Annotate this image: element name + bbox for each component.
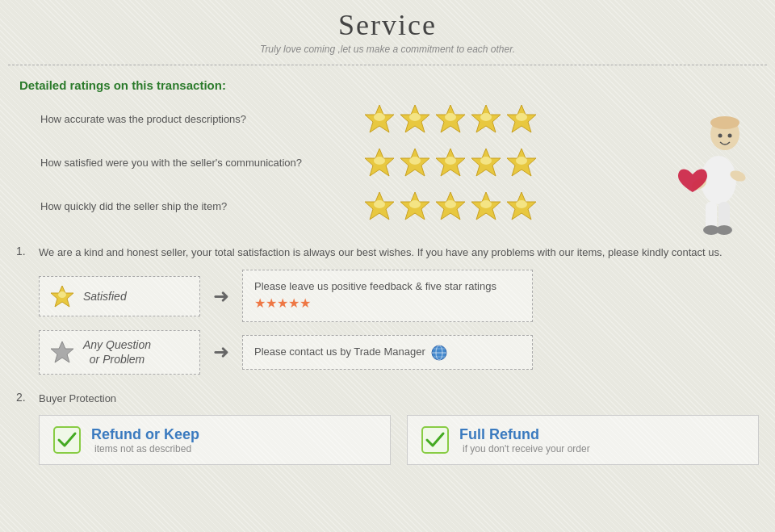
svg-point-38 [716, 225, 732, 235]
star-3-4 [470, 191, 502, 221]
rating-question-3: How quickly did the seller ship the item… [40, 200, 363, 212]
svg-point-5 [445, 113, 456, 121]
divider [8, 65, 767, 65]
svg-point-23 [409, 200, 421, 208]
svg-point-31 [710, 116, 739, 129]
svg-point-21 [374, 200, 385, 208]
globe-icon [431, 345, 447, 361]
contact-message-text: Please contact us by Trade Manager [254, 346, 425, 358]
buyer-protection-label: Buyer Protection [39, 391, 116, 408]
satisfied-message-text: Please leave us positive feedback & five… [254, 280, 496, 292]
header: Service Truly love coming ,let us make a… [0, 0, 775, 58]
checkmark-icon-2 [421, 425, 450, 455]
figure-container [662, 103, 759, 237]
svg-point-17 [480, 157, 492, 165]
star-3-1 [363, 191, 396, 221]
star-3-3 [434, 191, 467, 221]
arrow-right-icon-1: ➜ [213, 285, 229, 308]
svg-point-40 [728, 134, 732, 138]
star-1-4 [470, 103, 502, 134]
list-item-2-header: 2. Buyer Protection [16, 391, 759, 408]
star-3-2 [399, 191, 431, 221]
stars-row-3 [363, 191, 538, 221]
full-refund-card: Full Refund if you don't receive your or… [407, 415, 759, 465]
checkmark-icon-1 [52, 425, 82, 455]
question-box: Any Question or Problem [39, 330, 200, 374]
rating-question-1: How accurate was the product description… [40, 113, 363, 125]
svg-point-39 [718, 134, 723, 138]
contact-message-box: Please contact us by Trade Manager [242, 335, 533, 370]
stars-row-2 [363, 147, 538, 178]
question-star-icon [49, 339, 75, 365]
svg-point-25 [445, 200, 456, 208]
buyer-protection-cards: Refund or Keep items not as described [39, 415, 759, 465]
svg-point-19 [516, 157, 527, 165]
satisfied-label: Satisfied [83, 290, 127, 303]
svg-point-42 [58, 291, 66, 298]
refund-keep-title: Refund or Keep [91, 426, 199, 442]
ratings-section: How accurate was the product description… [16, 103, 759, 237]
header-subtitle: Truly love coming ,let us make a commitm… [0, 44, 775, 55]
svg-point-29 [516, 200, 527, 208]
satisfied-star-icon [49, 283, 75, 309]
full-refund-subtitle: if you don't receive your order [463, 443, 590, 455]
list-text-1: We are a kind and honest seller, your to… [39, 245, 723, 262]
figure-icon [670, 111, 751, 237]
star-1-1 [363, 103, 396, 134]
star-1-5 [505, 103, 538, 134]
list-item-1: 1. We are a kind and honest seller, your… [16, 245, 759, 375]
full-refund-title: Full Refund [459, 426, 539, 442]
svg-point-3 [409, 113, 421, 121]
feedback-boxes: Satisfied ➜ Please leave us positive fee… [39, 270, 759, 375]
svg-point-27 [480, 200, 492, 208]
svg-marker-43 [51, 341, 73, 362]
svg-point-15 [445, 157, 456, 165]
question-row: Any Question or Problem ➜ Please contact… [39, 330, 759, 374]
question-label: Any Question or Problem [83, 337, 151, 367]
stars-row-1 [363, 103, 538, 134]
rating-row-2: How satisfied were you with the seller's… [16, 147, 662, 178]
svg-point-7 [480, 113, 492, 121]
satisfied-message-box: Please leave us positive feedback & five… [242, 270, 533, 323]
refund-keep-card: Refund or Keep items not as described [39, 415, 391, 465]
star-2-1 [363, 147, 396, 178]
arrow-right-icon-2: ➜ [213, 341, 229, 363]
main-content: Detailed ratings on this transaction: Ho… [0, 72, 775, 488]
satisfied-row: Satisfied ➜ Please leave us positive fee… [39, 270, 759, 323]
numbered-section: 1. We are a kind and honest seller, your… [16, 245, 759, 465]
page-title: Service [0, 8, 775, 42]
rating-question-2: How satisfied were you with the seller's… [40, 157, 363, 169]
protection-cards-row: Refund or Keep items not as described [39, 415, 759, 465]
list-number-1: 1. [16, 245, 32, 258]
svg-point-13 [409, 157, 421, 165]
satisfied-box: Satisfied [39, 276, 200, 316]
section-title: Detailed ratings on this transaction: [16, 78, 759, 92]
svg-point-11 [374, 157, 385, 165]
list-item-1-header: 1. We are a kind and honest seller, your… [16, 245, 759, 262]
page-wrapper: Service Truly love coming ,let us make a… [0, 0, 775, 488]
full-refund-text: Full Refund if you don't receive your or… [459, 426, 590, 455]
list-number-2: 2. [16, 391, 32, 404]
svg-point-9 [516, 113, 527, 121]
refund-keep-text: Refund or Keep items not as described [91, 426, 199, 455]
star-3-5 [505, 191, 538, 221]
inline-stars: ★★★★★ [254, 296, 311, 310]
star-2-2 [399, 147, 431, 178]
rating-row-3: How quickly did the seller ship the item… [16, 191, 662, 221]
svg-point-1 [374, 113, 385, 121]
star-2-3 [434, 147, 467, 178]
star-2-5 [505, 147, 538, 178]
list-item-2: 2. Buyer Protection Refund or Keep [16, 391, 759, 466]
star-2-4 [470, 147, 502, 178]
ratings-table: How accurate was the product description… [16, 103, 662, 234]
refund-keep-subtitle: items not as described [94, 443, 199, 455]
rating-row-1: How accurate was the product description… [16, 103, 662, 134]
star-1-3 [434, 103, 467, 134]
star-1-2 [399, 103, 431, 134]
